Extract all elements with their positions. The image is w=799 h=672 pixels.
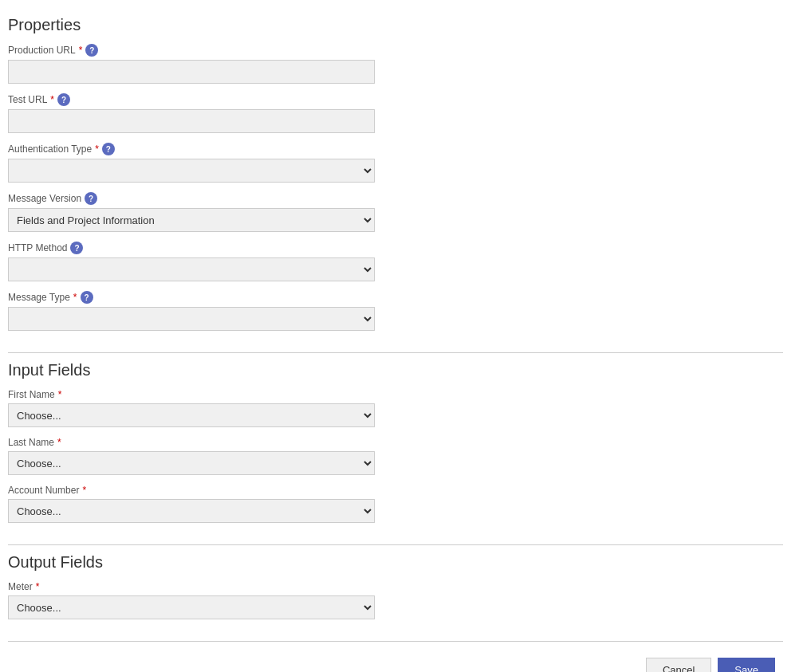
last-name-group: Last Name * Choose... Option 1 Option 2 — [8, 437, 783, 475]
first-name-label: First Name — [8, 389, 55, 400]
first-name-required: * — [58, 389, 62, 400]
http-method-group: HTTP Method ? GET POST — [8, 242, 783, 281]
meter-label-row: Meter * — [8, 581, 783, 592]
message-type-required: * — [73, 292, 77, 303]
production-url-help-icon[interactable]: ? — [85, 44, 98, 57]
cancel-button[interactable]: Cancel — [646, 658, 711, 672]
message-version-label: Message Version — [8, 193, 81, 204]
account-number-label-row: Account Number * — [8, 485, 783, 496]
message-version-help-icon[interactable]: ? — [85, 192, 97, 205]
account-number-group: Account Number * Choose... Option 1 Opti… — [8, 485, 783, 523]
test-url-label: Test URL — [8, 94, 47, 105]
output-fields-title: Output Fields — [8, 553, 783, 572]
message-type-help-icon[interactable]: ? — [81, 291, 93, 304]
meter-select[interactable]: Choose... Option 1 Option 2 — [8, 595, 375, 619]
meter-required: * — [36, 581, 40, 592]
output-fields-section: Output Fields Meter * Choose... Option 1… — [8, 545, 783, 642]
message-version-label-row: Message Version ? — [8, 192, 783, 205]
production-url-required: * — [79, 45, 83, 56]
input-fields-title: Input Fields — [8, 361, 783, 379]
save-button[interactable]: Save — [718, 658, 775, 672]
last-name-label-row: Last Name * — [8, 437, 783, 448]
authentication-type-label: Authentication Type — [8, 143, 92, 155]
test-url-label-row: Test URL * ? — [8, 93, 783, 106]
account-number-label: Account Number — [8, 485, 79, 496]
authentication-type-label-row: Authentication Type * ? — [8, 143, 783, 155]
first-name-group: First Name * Choose... Option 1 Option 2 — [8, 389, 783, 427]
message-type-label-row: Message Type * ? — [8, 291, 783, 304]
http-method-select[interactable]: GET POST — [8, 257, 375, 281]
properties-title: Properties — [8, 16, 783, 34]
first-name-select[interactable]: Choose... Option 1 Option 2 — [8, 403, 375, 427]
production-url-label: Production URL — [8, 45, 76, 56]
last-name-label: Last Name — [8, 437, 54, 448]
test-url-input[interactable] — [8, 109, 375, 133]
meter-group: Meter * Choose... Option 1 Option 2 — [8, 581, 783, 619]
authentication-type-required: * — [95, 143, 99, 155]
authentication-type-select[interactable]: Authentication — [8, 159, 375, 183]
message-version-group: Message Version ? Fields and Project Inf… — [8, 192, 783, 232]
http-method-help-icon[interactable]: ? — [70, 242, 83, 254]
production-url-label-row: Production URL * ? — [8, 44, 783, 57]
message-version-select[interactable]: Fields and Project Information Option 2 — [8, 208, 375, 232]
last-name-required: * — [57, 437, 61, 448]
production-url-input[interactable] — [8, 60, 375, 84]
properties-section: Properties Production URL * ? Test URL *… — [8, 8, 783, 353]
account-number-required: * — [82, 485, 86, 496]
test-url-help-icon[interactable]: ? — [57, 93, 70, 106]
http-method-label: HTTP Method — [8, 242, 67, 253]
message-type-label: Message Type — [8, 292, 70, 303]
input-fields-section: Input Fields First Name * Choose... Opti… — [8, 353, 783, 545]
account-number-select[interactable]: Choose... Option 1 Option 2 — [8, 499, 375, 523]
test-url-group: Test URL * ? — [8, 93, 783, 133]
first-name-label-row: First Name * — [8, 389, 783, 400]
footer-buttons: Cancel Save — [8, 658, 783, 672]
authentication-type-group: Authentication Type * ? Authentication — [8, 143, 783, 183]
production-url-group: Production URL * ? — [8, 44, 783, 84]
test-url-required: * — [50, 94, 54, 105]
http-method-label-row: HTTP Method ? — [8, 242, 783, 254]
last-name-select[interactable]: Choose... Option 1 Option 2 — [8, 451, 375, 475]
message-type-group: Message Type * ? Type 1 Type 2 — [8, 291, 783, 331]
authentication-type-help-icon[interactable]: ? — [102, 143, 115, 155]
meter-label: Meter — [8, 581, 33, 592]
page-container: Properties Production URL * ? Test URL *… — [0, 0, 799, 672]
message-type-select[interactable]: Type 1 Type 2 — [8, 307, 375, 331]
